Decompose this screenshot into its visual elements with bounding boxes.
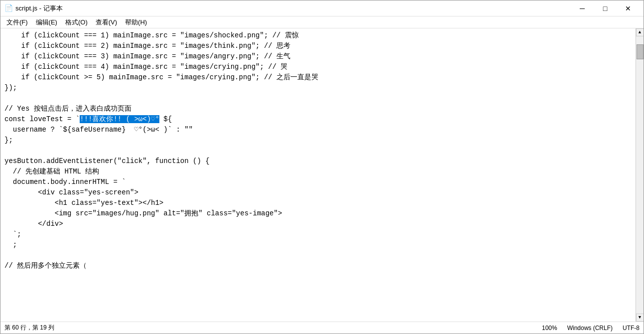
line-ending: Windows (CRLF)	[567, 325, 613, 332]
code-line: };	[4, 135, 632, 146]
minimize-icon: ─	[580, 4, 585, 12]
code-line: <img src="images/hug.png" alt="拥抱" class…	[4, 208, 632, 219]
code-line: if (clickCount >= 5) mainImage.src = "im…	[4, 72, 632, 83]
menu-edit[interactable]: 编辑(E)	[32, 17, 61, 28]
menu-view[interactable]: 查看(V)	[92, 17, 121, 28]
status-bar: 第 60 行，第 19 列 100% Windows (CRLF) UTF-8	[0, 322, 644, 334]
code-line: username ? `${safeUsername} ♡°(>ω< )` : …	[4, 125, 632, 135]
code-line: ;	[4, 240, 632, 250]
app-icon: 📄	[4, 4, 12, 12]
cursor-position: 第 60 行，第 19 列	[4, 324, 54, 332]
scroll-down-arrow[interactable]: ▼	[636, 314, 644, 322]
code-line	[4, 93, 632, 104]
menu-format[interactable]: 格式(O)	[61, 17, 92, 28]
vertical-scrollbar[interactable]: ▲ ▼	[636, 28, 644, 322]
scroll-thumb-vertical[interactable]	[637, 44, 644, 59]
title-bar: 📄 script.js - 记事本 ─ □ ✕	[0, 0, 644, 16]
code-line: // Yes 按钮点击后，进入表白成功页面	[4, 104, 632, 114]
menu-file[interactable]: 文件(F)	[2, 17, 32, 28]
editor-area: if (clickCount === 1) mainImage.src = "i…	[0, 28, 644, 322]
code-line: </div>	[4, 219, 632, 229]
code-line	[4, 146, 632, 156]
zoom-level: 100%	[542, 325, 557, 332]
code-editor[interactable]: if (clickCount === 1) mainImage.src = "i…	[0, 28, 636, 322]
code-line: const loveTest = `!!!喜欢你!! ( >ω<)♡° ${	[4, 114, 632, 125]
window-title: script.js - 记事本	[15, 4, 571, 13]
window-controls: ─ □ ✕	[571, 0, 640, 16]
selected-text: !!!喜欢你!! ( >ω<)♡°	[80, 115, 159, 123]
menu-bar: 文件(F) 编辑(E) 格式(O) 查看(V) 帮助(H)	[0, 16, 644, 28]
code-line	[4, 250, 632, 261]
close-button[interactable]: ✕	[617, 0, 640, 16]
maximize-button[interactable]: □	[594, 0, 617, 16]
code-line: if (clickCount === 3) mainImage.src = "i…	[4, 51, 632, 62]
code-line: <div class="yes-screen">	[4, 187, 632, 198]
code-line: yesButton.addEventListener("click", func…	[4, 156, 632, 167]
notepad-window: 📄 script.js - 记事本 ─ □ ✕ 文件(F) 编辑(E) 格式(O…	[0, 0, 644, 334]
scroll-up-arrow[interactable]: ▲	[636, 28, 644, 36]
code-line: // 先创建基础 HTML 结构	[4, 167, 632, 177]
close-icon: ✕	[625, 4, 631, 12]
code-line: });	[4, 83, 632, 93]
code-line: `;	[4, 229, 632, 240]
code-line: // 然后用多个独立元素（	[4, 261, 632, 271]
code-line: document.body.innerHTML = `	[4, 177, 632, 187]
code-line: <h1 class="yes-text"></h1>	[4, 198, 632, 208]
code-line: if (clickCount === 2) mainImage.src = "i…	[4, 41, 632, 51]
encoding: UTF-8	[623, 325, 640, 332]
minimize-button[interactable]: ─	[571, 0, 594, 16]
menu-help[interactable]: 帮助(H)	[121, 17, 151, 28]
code-line: if (clickCount === 4) mainImage.src = "i…	[4, 62, 632, 72]
code-line: if (clickCount === 1) mainImage.src = "i…	[4, 30, 632, 41]
maximize-icon: □	[603, 4, 607, 12]
